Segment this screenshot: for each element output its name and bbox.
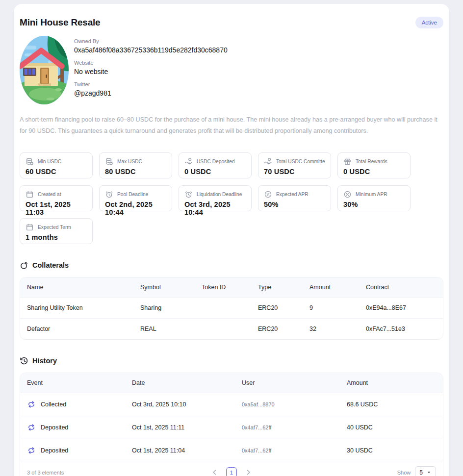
- page-number-button[interactable]: 1: [226, 467, 237, 476]
- collateral-symbol: Sharing: [133, 298, 195, 319]
- collateral-amount: 32: [303, 319, 359, 340]
- stat-label: Expected APR: [276, 192, 309, 197]
- collateral-contract: 0xE94a...8E67: [359, 298, 443, 319]
- percent-icon: [264, 190, 272, 199]
- page-size-value: 5: [419, 469, 423, 476]
- pool-detail-card: Mini House Resale Active: [14, 4, 449, 476]
- stat-card-minimum-apr: Minimum APR 30%: [337, 185, 411, 211]
- event-type: Deposited: [41, 447, 68, 454]
- history-header-row: Event Date User Amount: [20, 373, 443, 393]
- profile-fields: Owned By 0xa5af486f08a336725336b119d5e28…: [74, 36, 228, 104]
- stat-label: Min USDC: [38, 159, 61, 164]
- element-count: 3 of 3 elements: [27, 470, 211, 476]
- twitter-field: Twitter @pzagd981: [74, 81, 228, 97]
- stat-value: Oct 3rd, 2025 10:44: [184, 200, 246, 216]
- collateral-amount: 9: [303, 298, 359, 319]
- header-row: Mini House Resale Active: [20, 17, 443, 28]
- calendar-icon: [26, 190, 34, 199]
- section-title: Collaterals: [32, 261, 69, 269]
- stat-value: 0 USDC: [184, 168, 246, 175]
- event-user-address: 0x4af7...62ff: [235, 439, 340, 462]
- column-header: Amount: [303, 277, 359, 298]
- token-icon: [20, 261, 28, 270]
- alarm-clock-icon: [184, 190, 193, 199]
- history-pagination: 3 of 3 elements 1 Show 5: [20, 462, 443, 476]
- stat-value: 0 USDC: [343, 168, 405, 175]
- page: Mini House Resale Active: [0, 0, 463, 476]
- page-size-control: Show 5: [252, 466, 436, 476]
- column-header: Contract: [359, 277, 443, 298]
- stat-value: 70 USDC: [264, 168, 325, 175]
- hand-coin-icon: [184, 157, 193, 166]
- house-illustration: [20, 36, 69, 104]
- website-field: Website No website: [74, 60, 228, 75]
- collateral-name: Sharing Utility Token: [20, 298, 133, 319]
- stat-value: 1 months: [26, 233, 87, 241]
- coins-icon: [26, 157, 34, 166]
- next-page-button[interactable]: [245, 469, 252, 476]
- collateral-row: Defactor REAL ERC20 32 0xFAc7...51e3: [20, 319, 443, 340]
- percent-icon: [343, 190, 352, 199]
- stat-card-pool-deadline: Pool Deadline Oct 2nd, 2025 10:44: [99, 185, 172, 211]
- gift-icon: [343, 157, 352, 166]
- collateral-row: Sharing Utility Token Sharing ERC20 9 0x…: [20, 298, 443, 319]
- stat-label: Expected Term: [38, 225, 71, 230]
- pager: 1: [211, 467, 252, 476]
- column-header: Token ID: [195, 277, 251, 298]
- event-amount: 40 USDC: [340, 416, 443, 439]
- stat-label: Created at: [38, 192, 61, 197]
- column-header: Symbol: [133, 277, 195, 298]
- column-header: Event: [20, 373, 125, 393]
- stat-label: Total Rewards: [356, 159, 387, 164]
- event-amount: 30 USDC: [340, 439, 443, 462]
- stat-card-max-usdc: Max USDC 80 USDC: [99, 152, 172, 178]
- show-label: Show: [397, 470, 411, 476]
- collateral-contract: 0xFAc7...51e3: [359, 319, 443, 340]
- stat-label: Total USDC Committed: [276, 159, 325, 164]
- section-title: History: [32, 357, 57, 365]
- stat-value: 50%: [264, 200, 325, 208]
- collateral-name: Defactor: [20, 319, 133, 340]
- page-title: Mini House Resale: [20, 17, 100, 28]
- stat-card-total-rewards: Total Rewards 0 USDC: [337, 152, 411, 178]
- event-type: Collected: [41, 401, 66, 408]
- event-date: Oct 1st, 2025 11:04: [125, 439, 235, 462]
- history-row: Collected Oct 3rd, 2025 10:10 0xa5af...8…: [20, 393, 443, 416]
- collaterals-section-header: Collaterals: [20, 261, 443, 270]
- stat-label: Minimum APR: [356, 192, 387, 197]
- alarm-clock-icon: [105, 190, 113, 199]
- profile-section: Owned By 0xa5af486f08a336725336b119d5e28…: [20, 36, 443, 104]
- coins-icon: [105, 157, 113, 166]
- page-size-select[interactable]: 5: [415, 466, 436, 476]
- event-type: Deposited: [41, 424, 68, 431]
- chevron-right-icon: [245, 469, 252, 476]
- prev-page-button[interactable]: [211, 469, 218, 476]
- collateral-symbol: REAL: [133, 319, 195, 340]
- stat-card-usdc-deposited: USDC Deposited 0 USDC: [179, 152, 252, 178]
- twitter-label: Twitter: [74, 81, 228, 87]
- owned-by-field: Owned By 0xa5af486f08a336725336b119d5e28…: [74, 38, 228, 54]
- transfer-arrows-icon: [27, 400, 36, 409]
- pool-description: A short-term financing pool to raise 60–…: [20, 114, 443, 136]
- stat-card-expected-term: Expected Term 1 months: [20, 218, 93, 244]
- stat-value: Oct 2nd, 2025 10:44: [105, 200, 166, 216]
- stat-value: 80 USDC: [105, 168, 166, 175]
- stat-label: Liquidation Deadline: [197, 192, 242, 197]
- event-user-address: 0x4af7...62ff: [235, 416, 340, 439]
- website-label: Website: [74, 60, 228, 66]
- event-user-address: 0xa5af...8870: [235, 393, 340, 416]
- column-header: User: [235, 373, 340, 393]
- calendar-icon: [26, 223, 34, 231]
- transfer-arrows-icon: [27, 446, 36, 455]
- website-value: No website: [74, 68, 228, 75]
- collateral-type: ERC20: [251, 298, 303, 319]
- stat-value: Oct 1st, 2025 11:03: [26, 200, 87, 216]
- collaterals-header-row: Name Symbol Token ID Type Amount Contrac…: [20, 277, 443, 298]
- column-header: Amount: [340, 373, 443, 393]
- stat-card-min-usdc: Min USDC 60 USDC: [20, 152, 93, 178]
- stat-value: 60 USDC: [26, 168, 87, 175]
- caret-down-icon: [426, 470, 432, 475]
- history-row: Deposited Oct 1st, 2025 11:04 0x4af7...6…: [20, 439, 443, 462]
- stats-grid: Min USDC 60 USDC Max USDC 80 USDC USDC D…: [20, 152, 443, 244]
- stat-label: USDC Deposited: [197, 159, 235, 164]
